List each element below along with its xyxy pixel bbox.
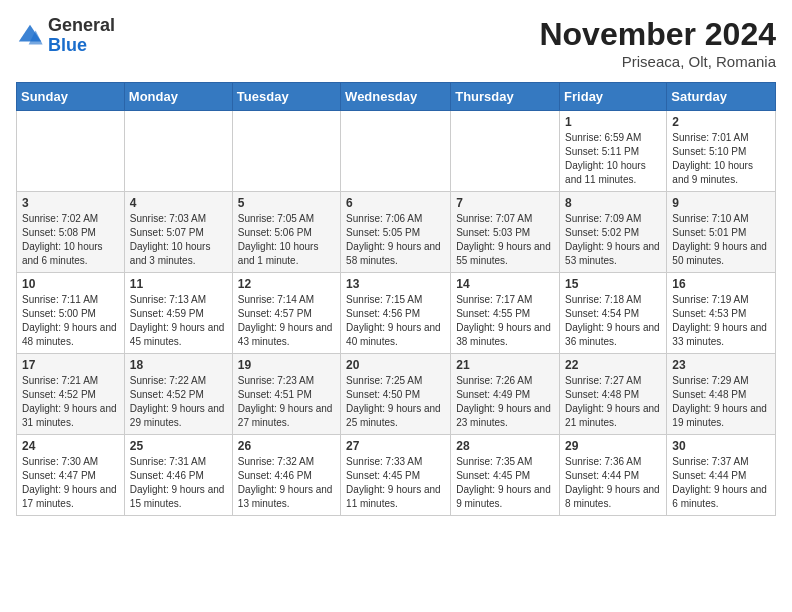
calendar-day-cell: 19Sunrise: 7:23 AM Sunset: 4:51 PM Dayli…	[232, 354, 340, 435]
day-number: 28	[456, 439, 554, 453]
day-number: 25	[130, 439, 227, 453]
day-info: Sunrise: 7:01 AM Sunset: 5:10 PM Dayligh…	[672, 131, 770, 187]
calendar-day-cell: 11Sunrise: 7:13 AM Sunset: 4:59 PM Dayli…	[124, 273, 232, 354]
day-info: Sunrise: 7:10 AM Sunset: 5:01 PM Dayligh…	[672, 212, 770, 268]
calendar-week-row: 17Sunrise: 7:21 AM Sunset: 4:52 PM Dayli…	[17, 354, 776, 435]
calendar-day-cell: 23Sunrise: 7:29 AM Sunset: 4:48 PM Dayli…	[667, 354, 776, 435]
day-number: 9	[672, 196, 770, 210]
day-info: Sunrise: 7:03 AM Sunset: 5:07 PM Dayligh…	[130, 212, 227, 268]
calendar-day-cell: 13Sunrise: 7:15 AM Sunset: 4:56 PM Dayli…	[341, 273, 451, 354]
day-info: Sunrise: 7:30 AM Sunset: 4:47 PM Dayligh…	[22, 455, 119, 511]
calendar-day-cell: 27Sunrise: 7:33 AM Sunset: 4:45 PM Dayli…	[341, 435, 451, 516]
calendar-day-cell: 17Sunrise: 7:21 AM Sunset: 4:52 PM Dayli…	[17, 354, 125, 435]
weekday-header-cell: Saturday	[667, 83, 776, 111]
calendar-day-cell: 21Sunrise: 7:26 AM Sunset: 4:49 PM Dayli…	[451, 354, 560, 435]
weekday-header-cell: Sunday	[17, 83, 125, 111]
day-number: 5	[238, 196, 335, 210]
calendar-day-cell: 30Sunrise: 7:37 AM Sunset: 4:44 PM Dayli…	[667, 435, 776, 516]
day-info: Sunrise: 7:23 AM Sunset: 4:51 PM Dayligh…	[238, 374, 335, 430]
day-number: 14	[456, 277, 554, 291]
calendar-day-cell: 29Sunrise: 7:36 AM Sunset: 4:44 PM Dayli…	[560, 435, 667, 516]
logo-text: General Blue	[48, 16, 115, 56]
weekday-header-cell: Monday	[124, 83, 232, 111]
day-number: 27	[346, 439, 445, 453]
weekday-header-cell: Friday	[560, 83, 667, 111]
day-info: Sunrise: 7:05 AM Sunset: 5:06 PM Dayligh…	[238, 212, 335, 268]
logo-blue: Blue	[48, 35, 87, 55]
calendar-week-row: 3Sunrise: 7:02 AM Sunset: 5:08 PM Daylig…	[17, 192, 776, 273]
day-number: 16	[672, 277, 770, 291]
page-header: General Blue November 2024 Priseaca, Olt…	[16, 16, 776, 70]
logo-general: General	[48, 15, 115, 35]
day-number: 2	[672, 115, 770, 129]
day-number: 6	[346, 196, 445, 210]
calendar-day-cell: 24Sunrise: 7:30 AM Sunset: 4:47 PM Dayli…	[17, 435, 125, 516]
month-title: November 2024	[539, 16, 776, 53]
calendar-day-cell	[341, 111, 451, 192]
calendar-day-cell: 4Sunrise: 7:03 AM Sunset: 5:07 PM Daylig…	[124, 192, 232, 273]
day-info: Sunrise: 7:35 AM Sunset: 4:45 PM Dayligh…	[456, 455, 554, 511]
day-info: Sunrise: 7:15 AM Sunset: 4:56 PM Dayligh…	[346, 293, 445, 349]
title-block: November 2024 Priseaca, Olt, Romania	[539, 16, 776, 70]
day-number: 10	[22, 277, 119, 291]
calendar-week-row: 24Sunrise: 7:30 AM Sunset: 4:47 PM Dayli…	[17, 435, 776, 516]
calendar-day-cell: 12Sunrise: 7:14 AM Sunset: 4:57 PM Dayli…	[232, 273, 340, 354]
day-info: Sunrise: 7:06 AM Sunset: 5:05 PM Dayligh…	[346, 212, 445, 268]
calendar-table: SundayMondayTuesdayWednesdayThursdayFrid…	[16, 82, 776, 516]
calendar-day-cell	[17, 111, 125, 192]
day-info: Sunrise: 7:07 AM Sunset: 5:03 PM Dayligh…	[456, 212, 554, 268]
calendar-day-cell: 8Sunrise: 7:09 AM Sunset: 5:02 PM Daylig…	[560, 192, 667, 273]
calendar-day-cell: 16Sunrise: 7:19 AM Sunset: 4:53 PM Dayli…	[667, 273, 776, 354]
day-info: Sunrise: 7:33 AM Sunset: 4:45 PM Dayligh…	[346, 455, 445, 511]
calendar-day-cell: 10Sunrise: 7:11 AM Sunset: 5:00 PM Dayli…	[17, 273, 125, 354]
day-info: Sunrise: 7:27 AM Sunset: 4:48 PM Dayligh…	[565, 374, 661, 430]
day-info: Sunrise: 6:59 AM Sunset: 5:11 PM Dayligh…	[565, 131, 661, 187]
day-number: 22	[565, 358, 661, 372]
calendar-day-cell	[124, 111, 232, 192]
calendar-day-cell: 26Sunrise: 7:32 AM Sunset: 4:46 PM Dayli…	[232, 435, 340, 516]
day-info: Sunrise: 7:02 AM Sunset: 5:08 PM Dayligh…	[22, 212, 119, 268]
calendar-day-cell: 25Sunrise: 7:31 AM Sunset: 4:46 PM Dayli…	[124, 435, 232, 516]
day-number: 12	[238, 277, 335, 291]
day-info: Sunrise: 7:26 AM Sunset: 4:49 PM Dayligh…	[456, 374, 554, 430]
calendar-day-cell: 20Sunrise: 7:25 AM Sunset: 4:50 PM Dayli…	[341, 354, 451, 435]
calendar-day-cell: 18Sunrise: 7:22 AM Sunset: 4:52 PM Dayli…	[124, 354, 232, 435]
day-number: 26	[238, 439, 335, 453]
day-number: 1	[565, 115, 661, 129]
calendar-day-cell: 28Sunrise: 7:35 AM Sunset: 4:45 PM Dayli…	[451, 435, 560, 516]
day-number: 24	[22, 439, 119, 453]
day-number: 29	[565, 439, 661, 453]
day-number: 17	[22, 358, 119, 372]
day-info: Sunrise: 7:29 AM Sunset: 4:48 PM Dayligh…	[672, 374, 770, 430]
day-info: Sunrise: 7:25 AM Sunset: 4:50 PM Dayligh…	[346, 374, 445, 430]
calendar-day-cell: 3Sunrise: 7:02 AM Sunset: 5:08 PM Daylig…	[17, 192, 125, 273]
calendar-day-cell: 6Sunrise: 7:06 AM Sunset: 5:05 PM Daylig…	[341, 192, 451, 273]
weekday-header-cell: Thursday	[451, 83, 560, 111]
day-info: Sunrise: 7:09 AM Sunset: 5:02 PM Dayligh…	[565, 212, 661, 268]
day-info: Sunrise: 7:21 AM Sunset: 4:52 PM Dayligh…	[22, 374, 119, 430]
calendar-day-cell: 22Sunrise: 7:27 AM Sunset: 4:48 PM Dayli…	[560, 354, 667, 435]
day-number: 11	[130, 277, 227, 291]
day-number: 15	[565, 277, 661, 291]
day-number: 4	[130, 196, 227, 210]
day-info: Sunrise: 7:37 AM Sunset: 4:44 PM Dayligh…	[672, 455, 770, 511]
calendar-day-cell: 7Sunrise: 7:07 AM Sunset: 5:03 PM Daylig…	[451, 192, 560, 273]
logo-icon	[16, 22, 44, 50]
day-number: 3	[22, 196, 119, 210]
day-info: Sunrise: 7:11 AM Sunset: 5:00 PM Dayligh…	[22, 293, 119, 349]
day-number: 23	[672, 358, 770, 372]
day-info: Sunrise: 7:31 AM Sunset: 4:46 PM Dayligh…	[130, 455, 227, 511]
day-number: 19	[238, 358, 335, 372]
calendar-week-row: 10Sunrise: 7:11 AM Sunset: 5:00 PM Dayli…	[17, 273, 776, 354]
day-info: Sunrise: 7:17 AM Sunset: 4:55 PM Dayligh…	[456, 293, 554, 349]
weekday-header-cell: Wednesday	[341, 83, 451, 111]
calendar-day-cell: 1Sunrise: 6:59 AM Sunset: 5:11 PM Daylig…	[560, 111, 667, 192]
logo: General Blue	[16, 16, 115, 56]
day-number: 13	[346, 277, 445, 291]
day-info: Sunrise: 7:36 AM Sunset: 4:44 PM Dayligh…	[565, 455, 661, 511]
calendar-body: 1Sunrise: 6:59 AM Sunset: 5:11 PM Daylig…	[17, 111, 776, 516]
calendar-day-cell: 2Sunrise: 7:01 AM Sunset: 5:10 PM Daylig…	[667, 111, 776, 192]
day-number: 18	[130, 358, 227, 372]
day-info: Sunrise: 7:19 AM Sunset: 4:53 PM Dayligh…	[672, 293, 770, 349]
day-info: Sunrise: 7:22 AM Sunset: 4:52 PM Dayligh…	[130, 374, 227, 430]
